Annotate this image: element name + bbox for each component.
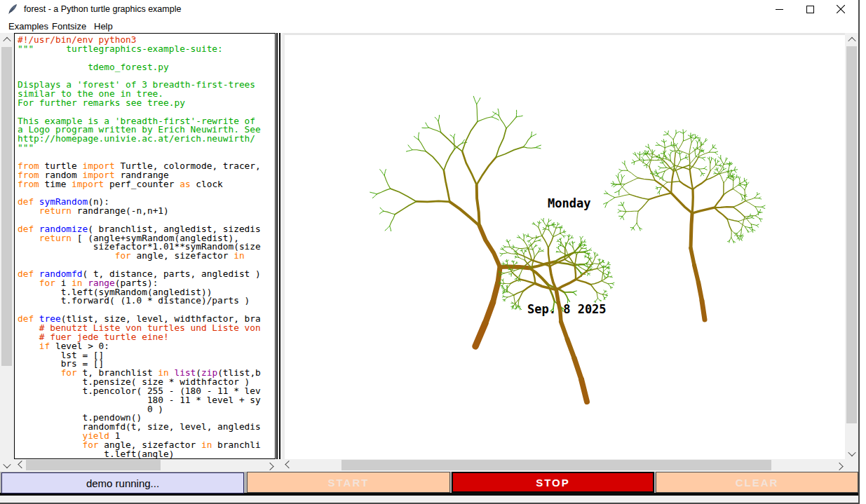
window-bottom-edge — [0, 496, 858, 503]
canvas-vscroll-thumb[interactable] — [846, 46, 857, 423]
editor-hscroll-thumb[interactable] — [26, 460, 161, 470]
turtle-canvas: Monday Sep. 8 2025 — [283, 33, 845, 459]
scroll-up-arrow[interactable] — [1, 34, 13, 46]
canvas-scroll-left-arrow[interactable] — [283, 459, 295, 471]
status-bar: demo running... START STOP CLEAR — [0, 472, 858, 496]
minimize-button[interactable] — [764, 0, 794, 18]
canvas-scroll-up-arrow[interactable] — [846, 34, 858, 46]
canvas-label-monday: Monday — [548, 196, 590, 210]
menu-help[interactable]: Help — [91, 20, 116, 32]
menu-bar: Examples Fontsize Help — [0, 18, 858, 34]
turtle-drawing — [283, 33, 845, 459]
stop-button[interactable]: STOP — [452, 472, 654, 493]
code-editor[interactable]: #!/usr/bin/env python3""" turtlegraphics… — [14, 33, 276, 459]
maximize-button[interactable] — [795, 0, 825, 18]
canvas-vscrollbar[interactable] — [846, 34, 858, 459]
main-area: #!/usr/bin/env python3""" turtlegraphics… — [0, 33, 858, 472]
app-feather-icon — [7, 4, 18, 15]
editor-hscrollbar[interactable] — [15, 459, 276, 471]
title-bar: forest - a Python turtle graphics exampl… — [0, 0, 858, 18]
app-window: forest - a Python turtle graphics exampl… — [0, 0, 860, 504]
pane-sash[interactable] — [276, 33, 283, 459]
editor-vscroll-thumb[interactable] — [1, 47, 12, 366]
minimize-icon — [776, 6, 783, 13]
status-message: demo running... — [1, 472, 244, 493]
maximize-icon — [806, 6, 814, 13]
canvas-hscrollbar[interactable] — [283, 459, 845, 471]
clear-button[interactable]: CLEAR — [656, 472, 858, 493]
canvas-scroll-down-arrow[interactable] — [846, 447, 858, 459]
code-lines: #!/usr/bin/env python3""" turtlegraphics… — [18, 36, 261, 459]
menu-fontsize[interactable]: Fontsize — [49, 20, 89, 32]
menu-examples[interactable]: Examples — [6, 20, 51, 32]
canvas-hscroll-thumb[interactable] — [341, 460, 771, 470]
scroll-right-arrow[interactable] — [264, 459, 276, 471]
close-button[interactable] — [826, 0, 855, 18]
canvas-label-date: Sep. 8 2025 — [527, 302, 607, 316]
window-title: forest - a Python turtle graphics exampl… — [24, 4, 181, 14]
editor-vscrollbar[interactable] — [1, 34, 13, 471]
scroll-down-arrow[interactable] — [1, 459, 13, 471]
canvas-scroll-right-arrow[interactable] — [833, 459, 845, 471]
start-button[interactable]: START — [247, 472, 450, 493]
close-icon — [837, 5, 845, 13]
